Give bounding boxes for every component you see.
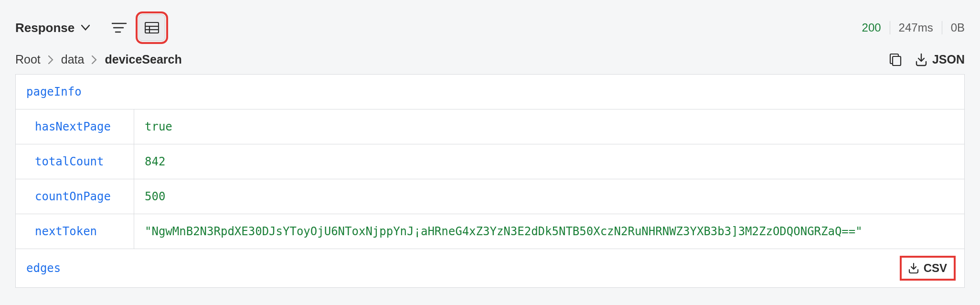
table-row: nextToken "NgwMnB2N3RpdXE30DJsYToyOjU6NT…	[16, 214, 964, 249]
copy-button[interactable]	[889, 53, 902, 66]
breadcrumb: Root data deviceSearch	[15, 53, 182, 66]
breadcrumb-data[interactable]: data	[61, 53, 85, 66]
chevron-down-icon	[81, 25, 90, 31]
table-row: countOnPage 500	[16, 179, 964, 214]
field-key: countOnPage	[16, 179, 134, 214]
table-icon	[145, 22, 159, 33]
result-table: pageInfo hasNextPage true totalCount 842…	[15, 74, 965, 288]
field-value: "NgwMnB2N3RpdXE30DJsYToyOjU6NToxNjppYnJ¡…	[134, 214, 964, 249]
filter-lines-icon	[112, 22, 127, 34]
timing: 247ms	[890, 21, 942, 34]
table-view-button[interactable]	[138, 14, 165, 41]
breadcrumb-root[interactable]: Root	[15, 53, 41, 66]
response-dropdown[interactable]: Response	[15, 21, 90, 35]
field-value: 842	[134, 144, 964, 179]
field-value: true	[134, 109, 964, 144]
filter-view-button[interactable]	[106, 14, 133, 41]
csv-label: CSV	[924, 261, 947, 275]
field-key: nextToken	[16, 214, 134, 249]
field-key: hasNextPage	[16, 109, 134, 144]
pageinfo-label[interactable]: pageInfo	[16, 75, 92, 109]
field-value: 500	[134, 179, 964, 214]
copy-icon	[889, 53, 902, 66]
download-icon	[915, 53, 927, 66]
table-row: totalCount 842	[16, 144, 964, 179]
svg-rect-3	[145, 22, 159, 33]
download-csv-button[interactable]: CSV	[902, 258, 954, 279]
field-key: totalCount	[16, 144, 134, 179]
status-code: 200	[853, 21, 890, 34]
response-size: 0B	[942, 21, 965, 34]
response-title: Response	[15, 21, 75, 35]
svg-rect-7	[893, 56, 901, 65]
breadcrumb-current: deviceSearch	[105, 53, 181, 66]
download-icon	[908, 262, 919, 274]
download-json-button[interactable]: JSON	[915, 53, 965, 66]
edges-label[interactable]: edges	[26, 261, 902, 275]
table-row: hasNextPage true	[16, 109, 964, 144]
chevron-right-icon	[48, 55, 53, 64]
chevron-right-icon	[92, 55, 97, 64]
json-label: JSON	[932, 53, 965, 66]
status-group: 200 247ms 0B	[853, 21, 965, 34]
